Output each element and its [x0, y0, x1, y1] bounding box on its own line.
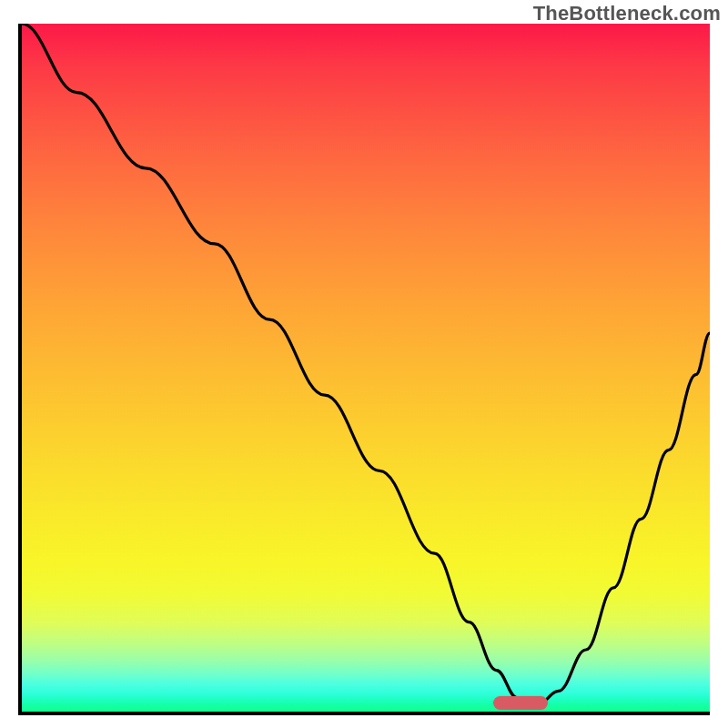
watermark-text: TheBottleneck.com	[533, 2, 721, 25]
bottleneck-curve	[22, 24, 710, 712]
curve-path	[22, 24, 710, 704]
chart-container: TheBottleneck.com	[0, 0, 728, 728]
plot-area	[18, 24, 710, 715]
minimum-marker	[493, 696, 549, 710]
